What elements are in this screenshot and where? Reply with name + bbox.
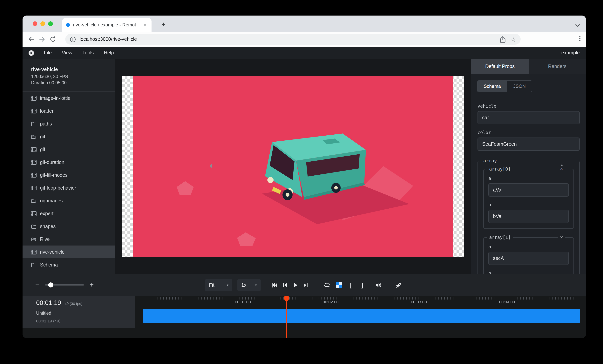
zoom-in-button[interactable]: + <box>88 281 96 289</box>
ruler-label: 00:04.00 <box>499 299 515 304</box>
film-icon <box>31 160 36 165</box>
array-item-1: array[1] × a b <box>483 237 574 274</box>
sidebar-item-gif[interactable]: gif <box>23 143 115 156</box>
sidebar-item-gif-fill-modes[interactable]: gif-fill-modes <box>23 169 115 182</box>
tab-renders[interactable]: Renders <box>529 59 586 74</box>
menu-tools[interactable]: Tools <box>77 50 99 56</box>
playhead[interactable] <box>284 296 289 338</box>
menu-help[interactable]: Help <box>99 50 119 56</box>
field-label-b: b <box>488 202 569 207</box>
composition-info: rive-vehicle 1200x630, 30 FPS Duration 0… <box>23 59 115 92</box>
sidebar-item-schema[interactable]: Schema <box>23 258 115 271</box>
tab-close-icon[interactable]: × <box>143 22 148 28</box>
van-illustration <box>133 76 453 257</box>
sidebar-item-label: loader <box>40 108 54 114</box>
app-logo-icon[interactable] <box>28 50 34 56</box>
color-input[interactable] <box>477 137 580 151</box>
collapse-left-panel-icon[interactable] <box>209 164 212 168</box>
sidebar-item-paths[interactable]: paths <box>23 117 115 130</box>
sidebar-item-label: gif-loop-behavior <box>40 185 76 191</box>
browser-tab[interactable]: rive-vehicle / example - Remot × <box>62 18 151 32</box>
loop-icon[interactable] <box>323 280 332 290</box>
sidebar-item-rive-vehicle[interactable]: rive-vehicle <box>23 246 115 258</box>
sidebar-item-gif-folder[interactable]: gif <box>23 130 115 143</box>
folder-icon <box>31 121 36 126</box>
volume-icon[interactable] <box>374 280 383 290</box>
array0-b-input[interactable] <box>488 210 569 223</box>
sidebar-item-rive-folder[interactable]: Rive <box>23 233 115 246</box>
compositions-sidebar: rive-vehicle 1200x630, 30 FPS Duration 0… <box>23 59 115 274</box>
forward-icon[interactable] <box>36 34 47 45</box>
playback-speed-select[interactable]: 1x ▾ <box>237 279 261 291</box>
sidebar-item-gif-loop-behavior[interactable]: gif-loop-behavior <box>23 182 115 194</box>
folder-open-icon <box>31 198 36 203</box>
browser-window: rive-vehicle / example - Remot × + <box>23 16 586 338</box>
folder-icon <box>31 224 36 229</box>
film-icon <box>31 109 36 113</box>
in-point-icon[interactable]: [ <box>346 280 355 290</box>
bookmark-star-icon[interactable]: ☆ <box>511 36 516 42</box>
sidebar-item-label: Rive <box>40 236 50 242</box>
new-tab-button[interactable]: + <box>159 19 169 30</box>
sidebar-item-og-images[interactable]: og-images <box>23 194 115 207</box>
fit-select[interactable]: Fit ▾ <box>205 279 232 291</box>
transparency-toggle-icon[interactable] <box>334 280 343 290</box>
browser-menu-icon[interactable] <box>579 36 580 41</box>
film-icon <box>31 173 36 177</box>
main-content: rive-vehicle 1200x630, 30 FPS Duration 0… <box>23 59 586 274</box>
playback-toolbar: − + Fit ▾ 1x ▾ <box>23 274 586 296</box>
toggle-schema[interactable]: Schema <box>477 81 507 92</box>
sidebar-item-loader[interactable]: loader <box>23 104 115 117</box>
share-icon[interactable] <box>500 36 505 43</box>
timeline-ruler[interactable]: 00:01.00 00:02.00 00:03.00 00:04.00 <box>135 296 586 306</box>
video-canvas[interactable] <box>133 76 453 257</box>
sidebar-item-expert[interactable]: expert <box>23 207 115 220</box>
play-icon[interactable] <box>291 280 300 290</box>
fit-select-value: Fit <box>209 282 214 288</box>
traffic-lights <box>33 21 53 26</box>
array1-a-input[interactable] <box>488 252 569 265</box>
vehicle-input[interactable] <box>477 111 580 124</box>
film-icon <box>31 96 36 101</box>
remove-array-item-icon[interactable]: × <box>558 166 565 172</box>
browser-tabstrip: rive-vehicle / example - Remot × + <box>23 16 586 32</box>
tab-default-props[interactable]: Default Props <box>471 59 529 74</box>
toggle-json[interactable]: JSON <box>507 81 532 92</box>
site-info-icon[interactable] <box>70 36 76 42</box>
zoom-slider[interactable] <box>45 284 84 285</box>
track-range: 00:01.19 (49) <box>36 318 60 323</box>
sidebar-item-gif-duration[interactable]: gif-duration <box>23 156 115 169</box>
zoom-slider-knob[interactable] <box>48 283 53 287</box>
sidebar-item-shapes[interactable]: shapes <box>23 220 115 233</box>
sidebar-item-label: image-in-lottie <box>40 95 70 101</box>
url-text: localhost:3000/rive-vehicle <box>80 36 496 42</box>
menu-file[interactable]: File <box>39 50 57 56</box>
back-icon[interactable] <box>26 34 36 45</box>
props-panel: Default Props Renders Schema JSON vehicl… <box>471 59 586 274</box>
sidebar-item-image-in-lottie[interactable]: image-in-lottie <box>23 92 115 104</box>
array0-a-input[interactable] <box>488 183 569 197</box>
array-item-0: array[0] × a b <box>483 169 574 229</box>
skip-to-end-icon[interactable] <box>301 280 311 290</box>
speed-select-value: 1x <box>241 282 246 288</box>
minimize-window-icon[interactable] <box>40 21 45 26</box>
remove-array-item-icon[interactable]: × <box>558 234 565 240</box>
composition-dimensions: 1200x630, 30 FPS <box>31 74 108 79</box>
previous-frame-icon[interactable] <box>280 280 290 290</box>
out-point-icon[interactable]: ] <box>358 280 367 290</box>
chevron-down-icon: ▾ <box>227 283 229 287</box>
render-rocket-icon[interactable] <box>394 280 403 290</box>
timeline-track-bar[interactable] <box>143 309 580 323</box>
folder-open-icon <box>31 237 36 241</box>
close-window-icon[interactable] <box>33 21 37 26</box>
menu-view[interactable]: View <box>57 50 77 56</box>
zoom-out-button[interactable]: − <box>34 281 41 289</box>
transparency-checkerboard <box>122 76 464 257</box>
reload-icon[interactable] <box>47 34 58 45</box>
omnibox[interactable]: localhost:3000/rive-vehicle ☆ <box>65 34 521 45</box>
zoom-window-icon[interactable] <box>48 21 53 26</box>
skip-to-start-icon[interactable] <box>270 280 279 290</box>
tab-search-chevron-icon[interactable] <box>575 21 580 28</box>
track-name[interactable]: Untitled <box>36 311 51 315</box>
sidebar-item-label: gif-fill-modes <box>40 172 68 178</box>
